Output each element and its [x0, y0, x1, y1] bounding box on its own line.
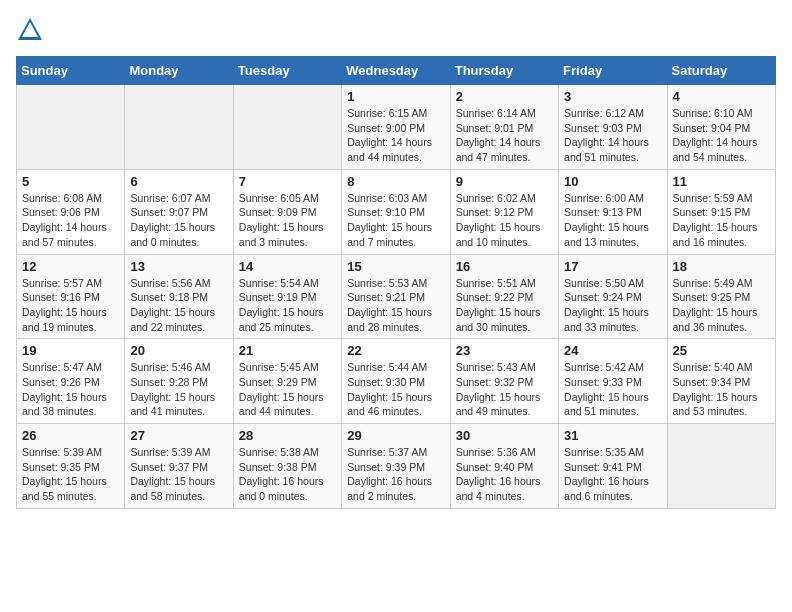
calendar-cell: 20Sunrise: 5:46 AM Sunset: 9:28 PM Dayli…: [125, 339, 233, 424]
day-number: 11: [673, 174, 770, 189]
day-info: Sunrise: 6:14 AM Sunset: 9:01 PM Dayligh…: [456, 106, 553, 165]
day-number: 23: [456, 343, 553, 358]
day-of-week-header: Tuesday: [233, 57, 341, 85]
calendar-table: SundayMondayTuesdayWednesdayThursdayFrid…: [16, 56, 776, 509]
calendar-cell: 17Sunrise: 5:50 AM Sunset: 9:24 PM Dayli…: [559, 254, 667, 339]
calendar-cell: 11Sunrise: 5:59 AM Sunset: 9:15 PM Dayli…: [667, 169, 775, 254]
calendar-cell: 31Sunrise: 5:35 AM Sunset: 9:41 PM Dayli…: [559, 424, 667, 509]
day-info: Sunrise: 6:08 AM Sunset: 9:06 PM Dayligh…: [22, 191, 119, 250]
calendar-cell: 26Sunrise: 5:39 AM Sunset: 9:35 PM Dayli…: [17, 424, 125, 509]
day-number: 21: [239, 343, 336, 358]
day-number: 19: [22, 343, 119, 358]
day-info: Sunrise: 5:57 AM Sunset: 9:16 PM Dayligh…: [22, 276, 119, 335]
day-info: Sunrise: 6:15 AM Sunset: 9:00 PM Dayligh…: [347, 106, 444, 165]
day-info: Sunrise: 5:39 AM Sunset: 9:37 PM Dayligh…: [130, 445, 227, 504]
calendar-week-row: 19Sunrise: 5:47 AM Sunset: 9:26 PM Dayli…: [17, 339, 776, 424]
calendar-cell: 10Sunrise: 6:00 AM Sunset: 9:13 PM Dayli…: [559, 169, 667, 254]
calendar-cell: 23Sunrise: 5:43 AM Sunset: 9:32 PM Dayli…: [450, 339, 558, 424]
calendar-cell: 25Sunrise: 5:40 AM Sunset: 9:34 PM Dayli…: [667, 339, 775, 424]
day-info: Sunrise: 6:03 AM Sunset: 9:10 PM Dayligh…: [347, 191, 444, 250]
day-info: Sunrise: 5:49 AM Sunset: 9:25 PM Dayligh…: [673, 276, 770, 335]
calendar-cell: 2Sunrise: 6:14 AM Sunset: 9:01 PM Daylig…: [450, 85, 558, 170]
calendar-cell: 24Sunrise: 5:42 AM Sunset: 9:33 PM Dayli…: [559, 339, 667, 424]
day-number: 14: [239, 259, 336, 274]
calendar-cell: 22Sunrise: 5:44 AM Sunset: 9:30 PM Dayli…: [342, 339, 450, 424]
day-number: 22: [347, 343, 444, 358]
day-number: 20: [130, 343, 227, 358]
calendar-cell: 14Sunrise: 5:54 AM Sunset: 9:19 PM Dayli…: [233, 254, 341, 339]
day-number: 30: [456, 428, 553, 443]
day-number: 24: [564, 343, 661, 358]
day-info: Sunrise: 5:50 AM Sunset: 9:24 PM Dayligh…: [564, 276, 661, 335]
calendar-cell: 5Sunrise: 6:08 AM Sunset: 9:06 PM Daylig…: [17, 169, 125, 254]
calendar-cell: 29Sunrise: 5:37 AM Sunset: 9:39 PM Dayli…: [342, 424, 450, 509]
day-number: 26: [22, 428, 119, 443]
day-info: Sunrise: 5:44 AM Sunset: 9:30 PM Dayligh…: [347, 360, 444, 419]
calendar-cell: 6Sunrise: 6:07 AM Sunset: 9:07 PM Daylig…: [125, 169, 233, 254]
calendar-cell: 12Sunrise: 5:57 AM Sunset: 9:16 PM Dayli…: [17, 254, 125, 339]
day-number: 4: [673, 89, 770, 104]
day-info: Sunrise: 5:35 AM Sunset: 9:41 PM Dayligh…: [564, 445, 661, 504]
calendar-cell: 4Sunrise: 6:10 AM Sunset: 9:04 PM Daylig…: [667, 85, 775, 170]
calendar-cell: 30Sunrise: 5:36 AM Sunset: 9:40 PM Dayli…: [450, 424, 558, 509]
day-info: Sunrise: 5:40 AM Sunset: 9:34 PM Dayligh…: [673, 360, 770, 419]
calendar-cell: 1Sunrise: 6:15 AM Sunset: 9:00 PM Daylig…: [342, 85, 450, 170]
day-number: 27: [130, 428, 227, 443]
day-info: Sunrise: 5:46 AM Sunset: 9:28 PM Dayligh…: [130, 360, 227, 419]
day-number: 29: [347, 428, 444, 443]
calendar-week-row: 26Sunrise: 5:39 AM Sunset: 9:35 PM Dayli…: [17, 424, 776, 509]
day-number: 6: [130, 174, 227, 189]
calendar-cell: 13Sunrise: 5:56 AM Sunset: 9:18 PM Dayli…: [125, 254, 233, 339]
calendar-cell: 3Sunrise: 6:12 AM Sunset: 9:03 PM Daylig…: [559, 85, 667, 170]
calendar-cell: 28Sunrise: 5:38 AM Sunset: 9:38 PM Dayli…: [233, 424, 341, 509]
day-of-week-header: Thursday: [450, 57, 558, 85]
day-info: Sunrise: 5:43 AM Sunset: 9:32 PM Dayligh…: [456, 360, 553, 419]
day-info: Sunrise: 6:05 AM Sunset: 9:09 PM Dayligh…: [239, 191, 336, 250]
logo: [16, 16, 48, 44]
day-info: Sunrise: 5:53 AM Sunset: 9:21 PM Dayligh…: [347, 276, 444, 335]
day-info: Sunrise: 5:45 AM Sunset: 9:29 PM Dayligh…: [239, 360, 336, 419]
day-info: Sunrise: 6:00 AM Sunset: 9:13 PM Dayligh…: [564, 191, 661, 250]
day-number: 1: [347, 89, 444, 104]
day-info: Sunrise: 5:38 AM Sunset: 9:38 PM Dayligh…: [239, 445, 336, 504]
calendar-cell: 27Sunrise: 5:39 AM Sunset: 9:37 PM Dayli…: [125, 424, 233, 509]
calendar-cell: 7Sunrise: 6:05 AM Sunset: 9:09 PM Daylig…: [233, 169, 341, 254]
day-of-week-header: Wednesday: [342, 57, 450, 85]
day-number: 15: [347, 259, 444, 274]
day-number: 16: [456, 259, 553, 274]
day-of-week-header: Saturday: [667, 57, 775, 85]
day-info: Sunrise: 6:12 AM Sunset: 9:03 PM Dayligh…: [564, 106, 661, 165]
calendar-cell: [233, 85, 341, 170]
calendar-cell: [17, 85, 125, 170]
calendar-week-row: 5Sunrise: 6:08 AM Sunset: 9:06 PM Daylig…: [17, 169, 776, 254]
day-number: 12: [22, 259, 119, 274]
day-number: 17: [564, 259, 661, 274]
days-header-row: SundayMondayTuesdayWednesdayThursdayFrid…: [17, 57, 776, 85]
calendar-cell: 21Sunrise: 5:45 AM Sunset: 9:29 PM Dayli…: [233, 339, 341, 424]
calendar-cell: 19Sunrise: 5:47 AM Sunset: 9:26 PM Dayli…: [17, 339, 125, 424]
day-number: 7: [239, 174, 336, 189]
logo-icon: [16, 16, 44, 44]
day-info: Sunrise: 5:56 AM Sunset: 9:18 PM Dayligh…: [130, 276, 227, 335]
day-info: Sunrise: 5:37 AM Sunset: 9:39 PM Dayligh…: [347, 445, 444, 504]
calendar-week-row: 1Sunrise: 6:15 AM Sunset: 9:00 PM Daylig…: [17, 85, 776, 170]
day-number: 25: [673, 343, 770, 358]
day-number: 9: [456, 174, 553, 189]
calendar-week-row: 12Sunrise: 5:57 AM Sunset: 9:16 PM Dayli…: [17, 254, 776, 339]
day-info: Sunrise: 5:39 AM Sunset: 9:35 PM Dayligh…: [22, 445, 119, 504]
day-number: 5: [22, 174, 119, 189]
day-info: Sunrise: 5:54 AM Sunset: 9:19 PM Dayligh…: [239, 276, 336, 335]
day-number: 8: [347, 174, 444, 189]
day-number: 28: [239, 428, 336, 443]
calendar-cell: [125, 85, 233, 170]
day-of-week-header: Friday: [559, 57, 667, 85]
day-number: 10: [564, 174, 661, 189]
day-of-week-header: Sunday: [17, 57, 125, 85]
day-info: Sunrise: 5:59 AM Sunset: 9:15 PM Dayligh…: [673, 191, 770, 250]
day-number: 18: [673, 259, 770, 274]
day-info: Sunrise: 6:10 AM Sunset: 9:04 PM Dayligh…: [673, 106, 770, 165]
day-info: Sunrise: 5:36 AM Sunset: 9:40 PM Dayligh…: [456, 445, 553, 504]
calendar-cell: 18Sunrise: 5:49 AM Sunset: 9:25 PM Dayli…: [667, 254, 775, 339]
calendar-cell: 16Sunrise: 5:51 AM Sunset: 9:22 PM Dayli…: [450, 254, 558, 339]
day-number: 3: [564, 89, 661, 104]
